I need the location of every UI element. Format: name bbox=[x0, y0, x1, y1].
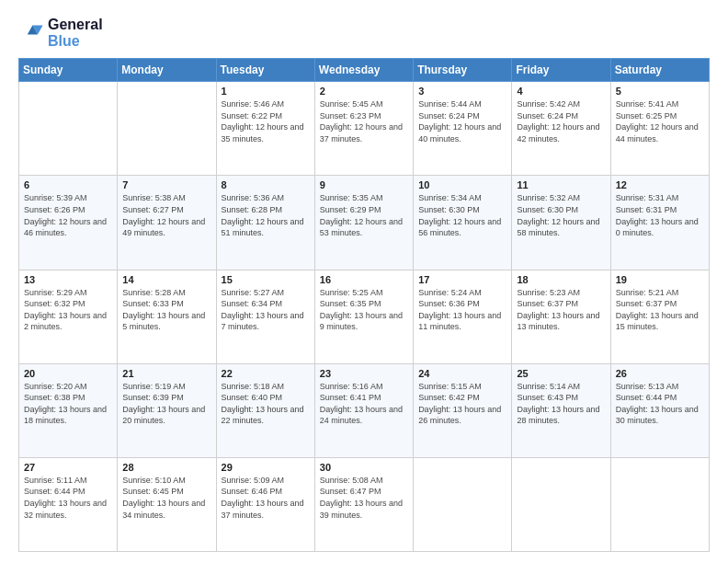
calendar-cell: 25Sunrise: 5:14 AMSunset: 6:43 PMDayligh… bbox=[512, 363, 610, 457]
day-info: Sunrise: 5:21 AMSunset: 6:37 PMDaylight:… bbox=[616, 287, 704, 333]
day-number: 3 bbox=[418, 86, 506, 97]
day-number: 7 bbox=[122, 179, 210, 190]
calendar-cell: 17Sunrise: 5:24 AMSunset: 6:36 PMDayligh… bbox=[414, 270, 512, 363]
day-info: Sunrise: 5:18 AMSunset: 6:40 PMDaylight:… bbox=[222, 381, 310, 427]
calendar-cell: 18Sunrise: 5:23 AMSunset: 6:37 PMDayligh… bbox=[512, 270, 610, 363]
calendar-cell: 2Sunrise: 5:45 AMSunset: 6:23 PMDaylight… bbox=[314, 82, 413, 176]
calendar-cell bbox=[610, 457, 709, 551]
day-info: Sunrise: 5:20 AMSunset: 6:38 PMDaylight:… bbox=[24, 381, 112, 427]
day-number: 23 bbox=[320, 368, 408, 379]
calendar-cell: 22Sunrise: 5:18 AMSunset: 6:40 PMDayligh… bbox=[216, 363, 314, 457]
weekday-header-tuesday: Tuesday bbox=[216, 59, 314, 82]
day-number: 8 bbox=[222, 179, 310, 190]
day-info: Sunrise: 5:36 AMSunset: 6:28 PMDaylight:… bbox=[222, 192, 310, 238]
day-info: Sunrise: 5:42 AMSunset: 6:24 PMDaylight:… bbox=[517, 98, 605, 144]
calendar-cell bbox=[414, 457, 512, 551]
calendar-cell: 21Sunrise: 5:19 AMSunset: 6:39 PMDayligh… bbox=[118, 363, 216, 457]
day-number: 1 bbox=[222, 86, 310, 97]
weekday-header-monday: Monday bbox=[118, 59, 216, 82]
day-number: 12 bbox=[616, 179, 704, 190]
day-number: 10 bbox=[418, 179, 506, 190]
calendar-cell: 19Sunrise: 5:21 AMSunset: 6:37 PMDayligh… bbox=[610, 270, 709, 363]
day-info: Sunrise: 5:39 AMSunset: 6:26 PMDaylight:… bbox=[24, 192, 112, 238]
day-info: Sunrise: 5:11 AMSunset: 6:44 PMDaylight:… bbox=[24, 475, 112, 521]
day-info: Sunrise: 5:35 AMSunset: 6:29 PMDaylight:… bbox=[320, 192, 408, 238]
calendar-cell: 26Sunrise: 5:13 AMSunset: 6:44 PMDayligh… bbox=[610, 363, 709, 457]
calendar-cell: 30Sunrise: 5:08 AMSunset: 6:47 PMDayligh… bbox=[314, 457, 413, 551]
calendar-cell: 28Sunrise: 5:10 AMSunset: 6:45 PMDayligh… bbox=[118, 457, 216, 551]
calendar-cell: 1Sunrise: 5:46 AMSunset: 6:22 PMDaylight… bbox=[216, 82, 314, 176]
day-info: Sunrise: 5:15 AMSunset: 6:42 PMDaylight:… bbox=[418, 381, 506, 427]
day-info: Sunrise: 5:44 AMSunset: 6:24 PMDaylight:… bbox=[418, 98, 506, 144]
day-info: Sunrise: 5:23 AMSunset: 6:37 PMDaylight:… bbox=[517, 287, 605, 333]
day-number: 29 bbox=[222, 462, 310, 473]
calendar-cell: 7Sunrise: 5:38 AMSunset: 6:27 PMDaylight… bbox=[118, 176, 216, 270]
day-info: Sunrise: 5:19 AMSunset: 6:39 PMDaylight:… bbox=[122, 381, 210, 427]
calendar-cell: 29Sunrise: 5:09 AMSunset: 6:46 PMDayligh… bbox=[216, 457, 314, 551]
day-info: Sunrise: 5:24 AMSunset: 6:36 PMDaylight:… bbox=[418, 287, 506, 333]
calendar-cell: 9Sunrise: 5:35 AMSunset: 6:29 PMDaylight… bbox=[314, 176, 413, 270]
day-number: 30 bbox=[320, 462, 408, 473]
day-info: Sunrise: 5:45 AMSunset: 6:23 PMDaylight:… bbox=[320, 98, 408, 144]
day-number: 9 bbox=[320, 179, 408, 190]
week-row-5: 27Sunrise: 5:11 AMSunset: 6:44 PMDayligh… bbox=[19, 457, 710, 551]
day-number: 21 bbox=[122, 368, 210, 379]
logo: General Blue bbox=[18, 17, 103, 49]
day-number: 19 bbox=[616, 274, 704, 285]
day-number: 24 bbox=[418, 368, 506, 379]
week-row-1: 1Sunrise: 5:46 AMSunset: 6:22 PMDaylight… bbox=[19, 82, 710, 176]
day-number: 25 bbox=[517, 368, 605, 379]
day-number: 16 bbox=[320, 274, 408, 285]
calendar-cell: 4Sunrise: 5:42 AMSunset: 6:24 PMDaylight… bbox=[512, 82, 610, 176]
day-number: 26 bbox=[616, 368, 704, 379]
weekday-header-friday: Friday bbox=[512, 59, 610, 82]
calendar-cell: 14Sunrise: 5:28 AMSunset: 6:33 PMDayligh… bbox=[118, 270, 216, 363]
day-info: Sunrise: 5:29 AMSunset: 6:32 PMDaylight:… bbox=[24, 287, 112, 333]
calendar-cell: 8Sunrise: 5:36 AMSunset: 6:28 PMDaylight… bbox=[216, 176, 314, 270]
day-info: Sunrise: 5:14 AMSunset: 6:43 PMDaylight:… bbox=[517, 381, 605, 427]
day-number: 22 bbox=[222, 368, 310, 379]
day-number: 2 bbox=[320, 86, 408, 97]
calendar-cell: 16Sunrise: 5:25 AMSunset: 6:35 PMDayligh… bbox=[314, 270, 413, 363]
day-number: 11 bbox=[517, 179, 605, 190]
day-info: Sunrise: 5:08 AMSunset: 6:47 PMDaylight:… bbox=[320, 475, 408, 521]
day-info: Sunrise: 5:27 AMSunset: 6:34 PMDaylight:… bbox=[222, 287, 310, 333]
day-info: Sunrise: 5:32 AMSunset: 6:30 PMDaylight:… bbox=[517, 192, 605, 238]
calendar-cell: 6Sunrise: 5:39 AMSunset: 6:26 PMDaylight… bbox=[19, 176, 118, 270]
day-number: 13 bbox=[24, 274, 112, 285]
logo-text: General Blue bbox=[48, 17, 103, 49]
weekday-header-row: SundayMondayTuesdayWednesdayThursdayFrid… bbox=[19, 59, 710, 82]
page: General Blue SundayMondayTuesdayWednesda… bbox=[0, 0, 728, 563]
day-number: 18 bbox=[517, 274, 605, 285]
day-info: Sunrise: 5:38 AMSunset: 6:27 PMDaylight:… bbox=[122, 192, 210, 238]
day-number: 27 bbox=[24, 462, 112, 473]
calendar-cell: 23Sunrise: 5:16 AMSunset: 6:41 PMDayligh… bbox=[314, 363, 413, 457]
day-info: Sunrise: 5:34 AMSunset: 6:30 PMDaylight:… bbox=[418, 192, 506, 238]
calendar-cell bbox=[118, 82, 216, 176]
calendar-cell: 13Sunrise: 5:29 AMSunset: 6:32 PMDayligh… bbox=[19, 270, 118, 363]
day-number: 14 bbox=[122, 274, 210, 285]
calendar-cell: 5Sunrise: 5:41 AMSunset: 6:25 PMDaylight… bbox=[610, 82, 709, 176]
day-number: 20 bbox=[24, 368, 112, 379]
logo-icon bbox=[18, 20, 44, 46]
day-number: 28 bbox=[122, 462, 210, 473]
header: General Blue bbox=[18, 17, 710, 49]
calendar-cell: 20Sunrise: 5:20 AMSunset: 6:38 PMDayligh… bbox=[19, 363, 118, 457]
day-number: 17 bbox=[418, 274, 506, 285]
calendar-cell: 11Sunrise: 5:32 AMSunset: 6:30 PMDayligh… bbox=[512, 176, 610, 270]
weekday-header-sunday: Sunday bbox=[19, 59, 118, 82]
week-row-3: 13Sunrise: 5:29 AMSunset: 6:32 PMDayligh… bbox=[19, 270, 710, 363]
day-number: 6 bbox=[24, 179, 112, 190]
weekday-header-wednesday: Wednesday bbox=[314, 59, 413, 82]
calendar-cell: 24Sunrise: 5:15 AMSunset: 6:42 PMDayligh… bbox=[414, 363, 512, 457]
week-row-4: 20Sunrise: 5:20 AMSunset: 6:38 PMDayligh… bbox=[19, 363, 710, 457]
day-number: 15 bbox=[222, 274, 310, 285]
day-info: Sunrise: 5:28 AMSunset: 6:33 PMDaylight:… bbox=[122, 287, 210, 333]
day-info: Sunrise: 5:41 AMSunset: 6:25 PMDaylight:… bbox=[616, 98, 704, 144]
calendar-cell: 12Sunrise: 5:31 AMSunset: 6:31 PMDayligh… bbox=[610, 176, 709, 270]
calendar-cell: 15Sunrise: 5:27 AMSunset: 6:34 PMDayligh… bbox=[216, 270, 314, 363]
day-number: 5 bbox=[616, 86, 704, 97]
day-info: Sunrise: 5:10 AMSunset: 6:45 PMDaylight:… bbox=[122, 475, 210, 521]
week-row-2: 6Sunrise: 5:39 AMSunset: 6:26 PMDaylight… bbox=[19, 176, 710, 270]
day-info: Sunrise: 5:16 AMSunset: 6:41 PMDaylight:… bbox=[320, 381, 408, 427]
